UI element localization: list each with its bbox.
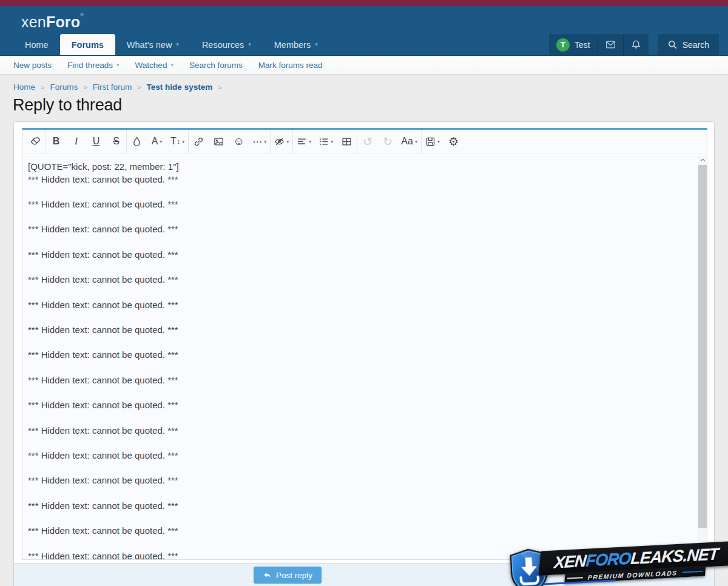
font-family-button[interactable]: A▾ (147, 130, 167, 153)
chevron-down-icon: ▾ (264, 139, 266, 144)
subnav-item-find-threads[interactable]: Find threads▾ (67, 61, 120, 70)
smilies-button[interactable]: ☺ (229, 130, 249, 153)
strikethrough-icon: S (113, 136, 120, 147)
nav-item-label: Resources (202, 40, 244, 50)
editor-toolbar: BIUSA▾T↕▾☺⋯▾▾▾▾↺↻Aa▾▾⚙ (22, 130, 707, 153)
logo-text-bold: Foro (46, 13, 80, 30)
editor-content[interactable]: [QUOTE="kick, post: 22, member: 1"] *** … (22, 155, 698, 559)
search-button[interactable]: Search (658, 34, 719, 55)
editor-hidden-line: *** Hidden text: cannot be quoted. *** (28, 173, 692, 186)
nav-item-what-s-new[interactable]: What's new▾ (115, 34, 190, 55)
text-align-icon (297, 136, 307, 147)
editor-hidden-line: *** Hidden text: cannot be quoted. *** (28, 425, 692, 437)
tagline-dash-right (682, 570, 703, 573)
insert-table-button[interactable] (337, 130, 357, 153)
editor-hidden-line: *** Hidden text: cannot be quoted. *** (28, 374, 692, 387)
subnav-item-search-forums[interactable]: Search forums (189, 61, 243, 70)
drafts-icon (425, 136, 436, 147)
envelope-icon (605, 39, 616, 50)
reply-arrow-icon (263, 571, 272, 580)
editor-hidden-line: *** Hidden text: cannot be quoted. *** (28, 399, 692, 412)
insert-link-icon (194, 136, 204, 147)
post-reply-button[interactable]: Post reply (254, 567, 322, 584)
tagline-dash-left (567, 577, 583, 579)
bell-icon (631, 39, 641, 50)
subnav-item-label: Search forums (189, 61, 243, 70)
user-block: T Test (549, 34, 649, 55)
strikethrough-button[interactable]: S (106, 130, 126, 153)
italic-button[interactable]: I (66, 130, 86, 153)
bold-icon: B (53, 136, 60, 147)
breadcrumb-separator-icon: > (35, 84, 50, 91)
text-color-button[interactable] (127, 130, 147, 153)
smilies-icon: ☺ (233, 135, 244, 148)
font-size-icon: T (170, 136, 177, 147)
editor-settings-button[interactable]: ⚙ (443, 130, 463, 153)
editor-hidden-line: *** Hidden text: cannot be quoted. *** (28, 525, 692, 537)
breadcrumb-item-forums[interactable]: Forums (50, 83, 78, 92)
list-icon (318, 136, 329, 147)
reply-form: BIUSA▾T↕▾☺⋯▾▾▾▾↺↻Aa▾▾⚙ [QUOTE="kick, pos… (13, 121, 715, 586)
scrollbar-thumb[interactable] (698, 165, 707, 528)
editor-hidden-line: *** Hidden text: cannot be quoted. *** (28, 450, 692, 462)
subnav-item-label: Mark forums read (258, 61, 323, 70)
undo-icon: ↺ (363, 135, 372, 149)
insert-link-button[interactable] (189, 130, 209, 153)
hide-text-button[interactable]: ▾ (271, 130, 292, 153)
breadcrumb-item-test-hide-system[interactable]: Test hide system (147, 83, 213, 92)
breadcrumb-item-first-forum[interactable]: First forum (93, 83, 132, 92)
hide-text-icon (274, 136, 285, 147)
insert-image-button[interactable] (209, 130, 229, 153)
insert-table-icon (342, 136, 352, 147)
redo-button: ↻ (377, 130, 397, 153)
subnav-item-mark-forums-read[interactable]: Mark forums read (258, 61, 323, 70)
preview-button[interactable]: Aa▾ (397, 130, 421, 153)
nav-item-home[interactable]: Home (13, 34, 60, 55)
alerts-button[interactable] (623, 34, 649, 55)
preview-icon: Aa (401, 136, 413, 147)
subnav-item-watched[interactable]: Watched▾ (135, 61, 174, 70)
editor-scrollbar[interactable] (698, 155, 707, 559)
italic-icon: I (75, 135, 78, 147)
nav-item-forums[interactable]: Forums (60, 34, 115, 55)
remove-format-button[interactable] (25, 130, 46, 153)
nav-item-resources[interactable]: Resources▾ (190, 34, 263, 55)
more-options-icon: ⋯ (252, 136, 262, 147)
editor-hidden-line: *** Hidden text: cannot be quoted. *** (28, 299, 692, 312)
text-align-button[interactable]: ▾ (293, 130, 315, 153)
logo-registered-mark: ® (80, 12, 84, 18)
font-size-button[interactable]: T↕▾ (167, 130, 188, 153)
redo-icon: ↻ (383, 135, 393, 149)
font-size-extra-icon: ↕ (177, 138, 181, 145)
scrollbar-up-button[interactable] (698, 155, 707, 164)
chevron-down-icon: ▾ (248, 42, 251, 47)
nav-item-label: Members (274, 40, 311, 50)
main-navigation: HomeForumsWhat's new▾Resources▾Members▾ (13, 34, 329, 55)
username-label: Test (575, 40, 590, 50)
conversations-button[interactable] (598, 34, 623, 55)
subnav-item-new-posts[interactable]: New posts (13, 61, 52, 70)
remove-format-icon (30, 136, 41, 147)
more-options-button[interactable]: ⋯▾ (249, 130, 270, 153)
chevron-down-icon: ▾ (309, 139, 311, 144)
text-color-icon (132, 136, 142, 147)
editor-hidden-line: *** Hidden text: cannot be quoted. *** (28, 223, 692, 236)
editor-hidden-line: *** Hidden text: cannot be quoted. *** (28, 474, 692, 487)
underline-button[interactable]: U (86, 130, 106, 153)
editor-hidden-line: *** Hidden text: cannot be quoted. *** (28, 274, 692, 286)
editor-hidden-line: *** Hidden text: cannot be quoted. *** (28, 198, 692, 211)
drafts-button[interactable]: ▾ (422, 130, 443, 153)
site-logo[interactable]: xenForo® (21, 12, 84, 31)
list-button[interactable]: ▾ (315, 130, 337, 153)
underline-icon: U (93, 136, 100, 147)
sub-navigation: New postsFind threads▾Watched▾Search for… (0, 56, 728, 75)
avatar: T (556, 38, 570, 52)
account-menu[interactable]: T Test (549, 34, 598, 55)
chevron-down-icon: ▾ (170, 62, 174, 68)
bold-button[interactable]: B (46, 130, 66, 153)
nav-item-label: Forums (72, 40, 104, 50)
nav-item-members[interactable]: Members▾ (263, 34, 329, 55)
breadcrumb-item-home[interactable]: Home (13, 83, 35, 92)
search-label: Search (682, 40, 709, 50)
chevron-down-icon: ▾ (160, 139, 162, 144)
